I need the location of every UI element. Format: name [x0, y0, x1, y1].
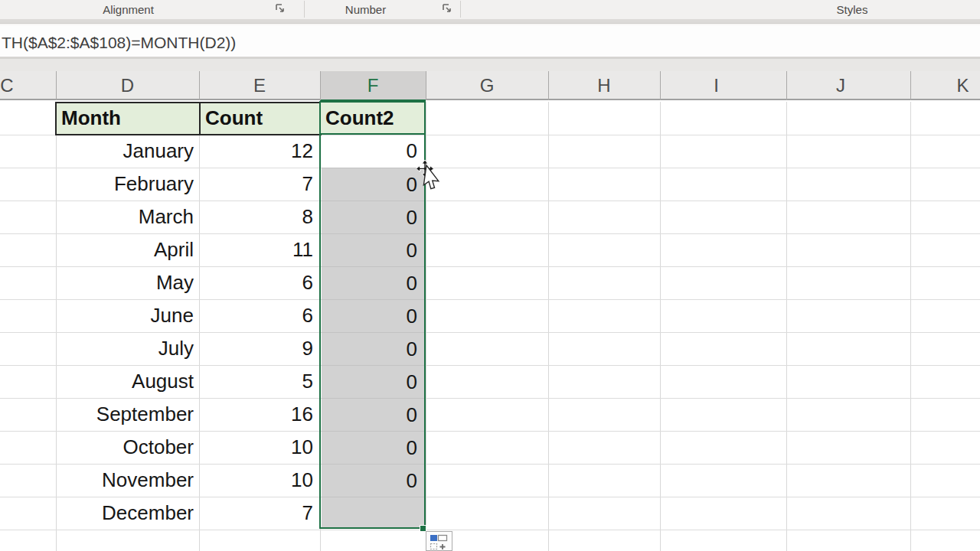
cell-count2[interactable]: 0: [322, 299, 424, 332]
cell-month[interactable]: April: [56, 233, 199, 266]
cell-count2[interactable]: 0: [322, 431, 424, 464]
cell-count[interactable]: 6: [199, 299, 320, 332]
cell-count2[interactable]: 0: [322, 365, 424, 398]
table-row: August 5 0: [0, 365, 980, 398]
column-header-J[interactable]: J: [786, 71, 895, 100]
column-header-H[interactable]: H: [548, 71, 660, 100]
cell-count[interactable]: 6: [199, 266, 320, 299]
cell-month[interactable]: July: [56, 332, 199, 365]
column-header-G[interactable]: G: [426, 71, 548, 100]
cell-month[interactable]: January: [56, 135, 199, 168]
column-header-C[interactable]: C: [0, 71, 56, 100]
cell-month[interactable]: May: [56, 266, 199, 299]
number-dialog-launcher-icon[interactable]: [442, 3, 452, 14]
cell-count[interactable]: 10: [199, 431, 320, 464]
table-row: June 6 0: [0, 299, 980, 332]
column-header-divider: [426, 71, 426, 100]
cell-count2[interactable]: 0: [322, 168, 424, 201]
table-row: May 6 0: [0, 266, 980, 299]
cell-count[interactable]: 7: [199, 168, 320, 201]
excel-window: Alignment Number Styles TH($A$2:$A$108)=…: [0, 0, 980, 551]
cell-month[interactable]: March: [56, 201, 199, 233]
column-header-E[interactable]: E: [199, 71, 320, 100]
selection-header-divider: [319, 133, 426, 135]
column-header-I[interactable]: I: [660, 71, 773, 100]
table-row: February 7 0: [0, 168, 980, 201]
column-header-D[interactable]: D: [56, 71, 199, 100]
table-row: November 10 0: [0, 464, 980, 497]
cell-count[interactable]: 5: [199, 365, 320, 398]
formula-text[interactable]: TH($A$2:$A$108)=MONTH(D2)): [2, 25, 236, 59]
cell-month[interactable]: October: [56, 431, 199, 464]
ribbon-group-alignment: Alignment: [46, 2, 211, 18]
cell-count[interactable]: 7: [199, 497, 320, 530]
ribbon-group-styles: Styles: [804, 2, 900, 18]
gridline-horizontal: [0, 530, 980, 530]
table-row: September 16 0: [0, 398, 980, 431]
ribbon-group-divider: [304, 1, 305, 18]
column-header-divider: [56, 71, 57, 100]
alignment-dialog-launcher-icon[interactable]: [275, 3, 286, 14]
table-header-month[interactable]: Month: [55, 102, 201, 135]
cell-count[interactable]: 16: [199, 398, 320, 431]
column-header-divider: [199, 71, 200, 100]
cell-count2[interactable]: 0: [322, 201, 424, 233]
cell-month[interactable]: November: [56, 464, 199, 497]
table-row: December 7: [0, 497, 980, 530]
column-header-divider: [548, 71, 549, 100]
cell-count[interactable]: 11: [199, 233, 320, 266]
cell-count[interactable]: 8: [199, 201, 320, 233]
cell-count[interactable]: 9: [199, 332, 320, 365]
cell-month[interactable]: June: [56, 299, 199, 332]
cell-count[interactable]: 10: [199, 464, 320, 497]
ribbon-group-divider: [460, 1, 461, 18]
cell-count[interactable]: 12: [199, 135, 320, 168]
table-row: April 11 0: [0, 233, 980, 266]
cell-month[interactable]: August: [56, 365, 199, 398]
cell-count2[interactable]: [322, 497, 424, 528]
cell-month[interactable]: February: [56, 168, 199, 201]
cell-count2[interactable]: 0: [322, 398, 424, 431]
table-header-count[interactable]: Count: [199, 102, 322, 135]
column-header-divider: [660, 71, 661, 100]
table-row: July 9 0: [0, 332, 980, 365]
cell-month[interactable]: December: [56, 497, 199, 530]
column-header-divider: [786, 71, 787, 100]
column-header-divider: [320, 71, 321, 100]
table-header-count2[interactable]: Count2: [321, 103, 425, 134]
autofill-options-icon: [430, 533, 449, 551]
cell-count2[interactable]: 0: [322, 332, 424, 365]
column-header-divider: [910, 71, 911, 100]
autofill-options-button[interactable]: [426, 531, 452, 551]
table-row: October 10 0: [0, 431, 980, 464]
cell-count2-active[interactable]: 0: [322, 135, 424, 168]
formula-bar-lower-strip: [0, 59, 980, 71]
cell-month[interactable]: September: [56, 398, 199, 431]
table-row: March 8 0: [0, 201, 980, 233]
ribbon-group-number: Number: [322, 2, 410, 18]
column-header-K[interactable]: K: [910, 71, 980, 100]
cell-count2[interactable]: 0: [322, 464, 424, 497]
column-header-F-label[interactable]: F: [320, 71, 426, 99]
ribbon-strip: Alignment Number Styles: [0, 0, 980, 19]
cell-count2[interactable]: 0: [322, 266, 424, 299]
table-row: January 12 0: [0, 135, 980, 168]
cell-count2[interactable]: 0: [322, 233, 424, 266]
formula-bar[interactable]: TH($A$2:$A$108)=MONTH(D2)): [0, 25, 980, 59]
